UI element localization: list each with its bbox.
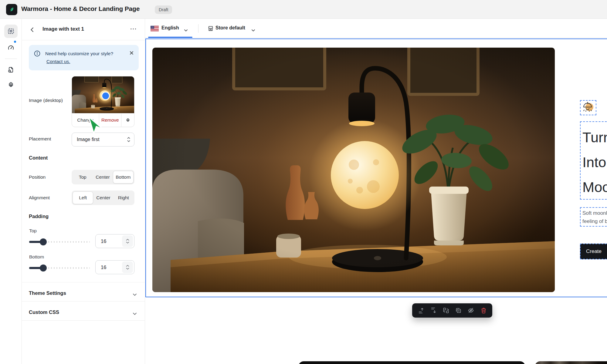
chevron-down-icon xyxy=(184,27,188,33)
banner-message: Need help customize your style? xyxy=(45,51,113,56)
rail-item-page-history[interactable] xyxy=(4,63,18,76)
rail-item-sections[interactable] xyxy=(4,25,18,38)
rail-divider xyxy=(5,59,17,59)
padding-bottom-input[interactable]: 16 xyxy=(95,260,134,274)
position-option-top[interactable]: Top xyxy=(73,171,93,184)
app-logo-icon[interactable] xyxy=(6,4,17,15)
banner-text: Need help customize your style?Contact u… xyxy=(45,50,120,66)
hide-section-button[interactable] xyxy=(466,306,476,315)
position-label: Position xyxy=(29,174,46,180)
padding-top-slider[interactable] xyxy=(29,238,90,245)
storefront-icon xyxy=(208,25,214,33)
topbar: Warmora - Home & Decor Landing Page Draf… xyxy=(0,0,607,19)
section-image[interactable] xyxy=(152,48,555,292)
performance-icon xyxy=(7,44,15,52)
more-options-button[interactable]: ⋯ xyxy=(130,25,137,33)
editable-icon-block[interactable] xyxy=(580,100,596,115)
status-badge: Draft xyxy=(155,5,172,14)
padding-bottom-value: 16 xyxy=(101,265,122,270)
alignment-option-left[interactable]: Left xyxy=(73,191,93,204)
alignment-label: Alignment xyxy=(29,195,50,201)
active-tab-underline xyxy=(148,37,192,38)
focal-point-indicator[interactable] xyxy=(102,93,109,99)
divider xyxy=(22,301,145,302)
settings-icon xyxy=(7,81,15,89)
chevron-left-icon xyxy=(30,27,34,32)
next-section-card-dark[interactable] xyxy=(298,361,525,364)
chevron-down-icon[interactable] xyxy=(133,311,137,316)
position-option-center[interactable]: Center xyxy=(93,171,113,184)
heading-line-3: Moon xyxy=(582,175,607,200)
padding-bottom-slider[interactable] xyxy=(29,265,90,271)
page-title: Warmora - Home & Decor Landing Page xyxy=(21,5,140,12)
panel-title: Image with text 1 xyxy=(42,26,84,32)
info-icon xyxy=(34,50,41,58)
stepper-down-icon xyxy=(126,241,129,244)
selected-section-frame[interactable]: Turn Into Moon Soft moonl feeling of b C… xyxy=(145,39,607,297)
sections-icon xyxy=(7,28,15,35)
help-banner: Need help customize your style?Contact u… xyxy=(29,45,139,70)
chevron-down-icon xyxy=(251,27,255,33)
image-thumbnail[interactable] xyxy=(72,76,134,113)
us-flag-icon xyxy=(151,26,159,32)
move-section-down-button[interactable] xyxy=(429,306,438,315)
trash-icon xyxy=(480,307,487,314)
move-section-up-button[interactable] xyxy=(416,306,426,315)
editable-heading-block[interactable]: Turn Into Moon xyxy=(580,121,607,200)
placement-value: Image first xyxy=(77,137,100,142)
content-section-heading: Content xyxy=(29,155,48,161)
duplicate-icon xyxy=(455,307,462,314)
alignment-option-right[interactable]: Right xyxy=(114,191,134,204)
store-dropdown-label: Store default xyxy=(215,25,245,31)
position-option-bottom[interactable]: Bottom xyxy=(113,171,134,184)
duplicate-section-button[interactable] xyxy=(454,306,463,315)
stepper-down-icon xyxy=(126,268,129,270)
rail-item-settings[interactable] xyxy=(4,78,18,92)
mouse-cursor-pointer xyxy=(87,116,105,137)
alignment-option-center[interactable]: Center xyxy=(93,191,113,204)
custom-css-row[interactable]: Custom CSS xyxy=(29,309,59,315)
padding-top-stepper[interactable] xyxy=(122,235,133,247)
padding-bottom-stepper[interactable] xyxy=(122,261,133,273)
section-settings-panel: Image with text 1 ⋯ Need help customize … xyxy=(22,19,145,364)
section-toolbar xyxy=(412,303,492,318)
padding-top-label: Top xyxy=(29,228,37,234)
swap-icon xyxy=(443,307,449,314)
chevron-down-icon[interactable] xyxy=(133,292,137,297)
tabbar-divider xyxy=(198,24,198,33)
preview-tabbar: English Store default xyxy=(145,19,607,38)
eye-slash-icon xyxy=(467,307,474,314)
move-down-icon xyxy=(430,307,437,314)
paragraph-line-1: Soft moonl xyxy=(582,209,607,217)
replace-section-button[interactable] xyxy=(441,306,450,315)
padding-bottom-label: Bottom xyxy=(29,254,44,260)
store-default-dropdown[interactable]: Store default xyxy=(205,19,260,38)
padding-top-input[interactable]: 16 xyxy=(95,234,134,248)
sidebar-rail xyxy=(0,19,22,364)
slider-handle[interactable] xyxy=(40,265,47,271)
close-banner-button[interactable] xyxy=(128,49,135,56)
padding-section-heading: Padding xyxy=(29,214,49,219)
divider xyxy=(22,320,145,321)
stepper-up-icon xyxy=(126,265,129,267)
next-section-card-curtains[interactable] xyxy=(535,361,607,364)
language-tab-label: English xyxy=(161,25,179,31)
cta-button[interactable]: Create xyxy=(580,244,607,259)
panel-header: Image with text 1 ⋯ xyxy=(22,19,145,40)
padding-top-value: 16 xyxy=(101,238,122,244)
notification-dot xyxy=(13,40,17,43)
preview-area: English Store default xyxy=(145,19,607,364)
delete-section-button[interactable] xyxy=(479,306,488,315)
image-settings-button[interactable] xyxy=(121,113,134,127)
paragraph-line-2: feeling of b xyxy=(582,217,607,225)
divider xyxy=(22,282,145,282)
contact-us-link[interactable]: Contact us. xyxy=(46,59,70,64)
back-button[interactable] xyxy=(28,25,36,34)
select-caret-icon xyxy=(127,136,131,143)
slider-handle[interactable] xyxy=(40,238,47,245)
editable-paragraph-block[interactable]: Soft moonl feeling of b xyxy=(580,207,607,227)
theme-settings-row[interactable]: Theme Settings xyxy=(29,290,66,296)
placement-label: Placement xyxy=(29,136,51,142)
tab-language-english[interactable]: English xyxy=(147,19,191,38)
stepper-up-icon xyxy=(126,239,129,241)
